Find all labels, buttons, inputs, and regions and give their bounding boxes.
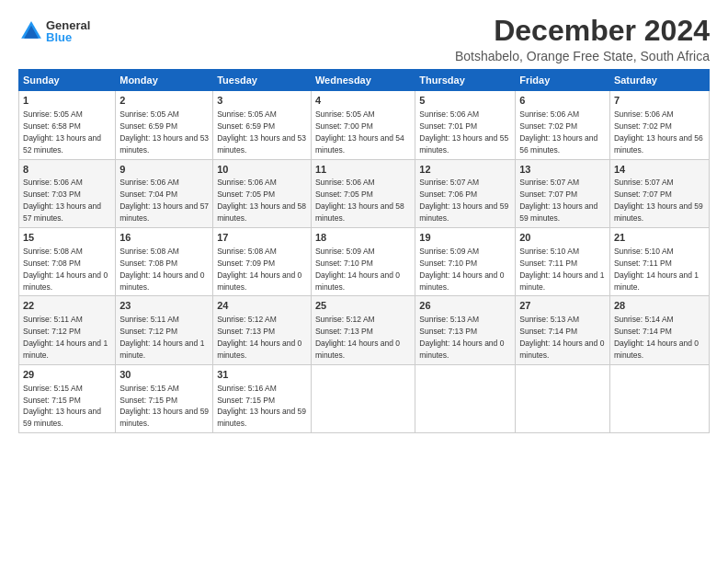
day-number: 10 bbox=[217, 163, 307, 177]
subtitle: Botshabelo, Orange Free State, South Afr… bbox=[455, 49, 710, 63]
cell-info: Sunrise: 5:06 AM Sunset: 7:02 PM Dayligh… bbox=[519, 109, 597, 155]
calendar-cell: 27Sunrise: 5:13 AM Sunset: 7:14 PM Dayli… bbox=[516, 296, 610, 364]
header: General Blue December 2024 Botshabelo, O… bbox=[18, 15, 710, 63]
day-number: 5 bbox=[419, 94, 511, 108]
calendar-cell: 21Sunrise: 5:10 AM Sunset: 7:11 PM Dayli… bbox=[609, 228, 709, 296]
header-cell-sunday: Sunday bbox=[19, 70, 116, 91]
cell-info: Sunrise: 5:16 AM Sunset: 7:15 PM Dayligh… bbox=[217, 384, 306, 429]
day-number: 31 bbox=[217, 368, 307, 382]
calendar-cell: 28Sunrise: 5:14 AM Sunset: 7:14 PM Dayli… bbox=[609, 296, 709, 364]
calendar-cell: 15Sunrise: 5:08 AM Sunset: 7:08 PM Dayli… bbox=[19, 228, 116, 296]
logo-blue-text: Blue bbox=[46, 31, 90, 43]
cell-info: Sunrise: 5:06 AM Sunset: 7:03 PM Dayligh… bbox=[23, 178, 101, 223]
cell-info: Sunrise: 5:13 AM Sunset: 7:13 PM Dayligh… bbox=[419, 315, 504, 360]
calendar-cell: 5Sunrise: 5:06 AM Sunset: 7:01 PM Daylig… bbox=[415, 91, 516, 159]
header-row: SundayMondayTuesdayWednesdayThursdayFrid… bbox=[19, 70, 710, 91]
day-number: 30 bbox=[119, 368, 209, 382]
cell-info: Sunrise: 5:14 AM Sunset: 7:14 PM Dayligh… bbox=[614, 315, 699, 360]
calendar-header: SundayMondayTuesdayWednesdayThursdayFrid… bbox=[19, 70, 710, 91]
title-area: December 2024 Botshabelo, Orange Free St… bbox=[455, 15, 710, 63]
calendar-cell: 31Sunrise: 5:16 AM Sunset: 7:15 PM Dayli… bbox=[213, 364, 312, 432]
day-number: 26 bbox=[419, 299, 511, 313]
calendar-cell: 10Sunrise: 5:06 AM Sunset: 7:05 PM Dayli… bbox=[213, 159, 312, 227]
calendar-cell: 24Sunrise: 5:12 AM Sunset: 7:13 PM Dayli… bbox=[213, 296, 312, 364]
day-number: 29 bbox=[23, 368, 111, 382]
day-number: 27 bbox=[519, 299, 606, 313]
cell-info: Sunrise: 5:06 AM Sunset: 7:04 PM Dayligh… bbox=[119, 178, 209, 223]
calendar-cell: 18Sunrise: 5:09 AM Sunset: 7:10 PM Dayli… bbox=[311, 228, 415, 296]
header-cell-friday: Friday bbox=[516, 70, 610, 91]
cell-info: Sunrise: 5:06 AM Sunset: 7:05 PM Dayligh… bbox=[315, 178, 404, 223]
calendar-cell: 6Sunrise: 5:06 AM Sunset: 7:02 PM Daylig… bbox=[516, 91, 610, 159]
calendar-cell: 4Sunrise: 5:05 AM Sunset: 7:00 PM Daylig… bbox=[311, 91, 415, 159]
calendar-cell: 9Sunrise: 5:06 AM Sunset: 7:04 PM Daylig… bbox=[116, 159, 213, 227]
day-number: 8 bbox=[23, 163, 111, 177]
cell-info: Sunrise: 5:06 AM Sunset: 7:05 PM Dayligh… bbox=[217, 178, 306, 223]
calendar-cell: 19Sunrise: 5:09 AM Sunset: 7:10 PM Dayli… bbox=[415, 228, 516, 296]
day-number: 20 bbox=[519, 231, 606, 245]
calendar-cell: 14Sunrise: 5:07 AM Sunset: 7:07 PM Dayli… bbox=[609, 159, 709, 227]
day-number: 19 bbox=[419, 231, 511, 245]
cell-info: Sunrise: 5:05 AM Sunset: 6:59 PM Dayligh… bbox=[119, 109, 209, 155]
day-number: 24 bbox=[217, 299, 307, 313]
cell-info: Sunrise: 5:05 AM Sunset: 6:59 PM Dayligh… bbox=[217, 109, 306, 155]
day-number: 25 bbox=[315, 299, 411, 313]
cell-info: Sunrise: 5:10 AM Sunset: 7:11 PM Dayligh… bbox=[614, 247, 699, 292]
calendar-cell: 12Sunrise: 5:07 AM Sunset: 7:06 PM Dayli… bbox=[415, 159, 516, 227]
day-number: 16 bbox=[119, 231, 209, 245]
week-row-4: 22Sunrise: 5:11 AM Sunset: 7:12 PM Dayli… bbox=[19, 296, 710, 364]
calendar-cell: 20Sunrise: 5:10 AM Sunset: 7:11 PM Dayli… bbox=[516, 228, 610, 296]
cell-info: Sunrise: 5:15 AM Sunset: 7:15 PM Dayligh… bbox=[119, 384, 209, 429]
calendar-cell: 25Sunrise: 5:12 AM Sunset: 7:13 PM Dayli… bbox=[311, 296, 415, 364]
day-number: 6 bbox=[519, 94, 606, 108]
header-cell-saturday: Saturday bbox=[609, 70, 709, 91]
day-number: 14 bbox=[614, 163, 705, 177]
day-number: 22 bbox=[23, 299, 111, 313]
cell-info: Sunrise: 5:12 AM Sunset: 7:13 PM Dayligh… bbox=[217, 315, 301, 360]
header-cell-wednesday: Wednesday bbox=[311, 70, 415, 91]
week-row-5: 29Sunrise: 5:15 AM Sunset: 7:15 PM Dayli… bbox=[19, 364, 710, 432]
calendar-table: SundayMondayTuesdayWednesdayThursdayFrid… bbox=[18, 69, 710, 433]
logo-text: General Blue bbox=[46, 19, 90, 43]
cell-info: Sunrise: 5:07 AM Sunset: 7:06 PM Dayligh… bbox=[419, 178, 508, 223]
calendar-cell bbox=[415, 364, 516, 432]
calendar-cell: 3Sunrise: 5:05 AM Sunset: 6:59 PM Daylig… bbox=[213, 91, 312, 159]
main-title: December 2024 bbox=[455, 15, 710, 47]
day-number: 4 bbox=[315, 94, 411, 108]
cell-info: Sunrise: 5:07 AM Sunset: 7:07 PM Dayligh… bbox=[519, 178, 597, 223]
calendar-cell: 23Sunrise: 5:11 AM Sunset: 7:12 PM Dayli… bbox=[116, 296, 213, 364]
header-cell-thursday: Thursday bbox=[415, 70, 516, 91]
cell-info: Sunrise: 5:11 AM Sunset: 7:12 PM Dayligh… bbox=[23, 315, 108, 360]
day-number: 11 bbox=[315, 163, 411, 177]
day-number: 21 bbox=[614, 231, 705, 245]
header-cell-monday: Monday bbox=[116, 70, 213, 91]
day-number: 13 bbox=[519, 163, 606, 177]
cell-info: Sunrise: 5:07 AM Sunset: 7:07 PM Dayligh… bbox=[614, 178, 703, 223]
calendar-cell bbox=[609, 364, 709, 432]
day-number: 15 bbox=[23, 231, 111, 245]
calendar-cell: 17Sunrise: 5:08 AM Sunset: 7:09 PM Dayli… bbox=[213, 228, 312, 296]
calendar-cell bbox=[516, 364, 610, 432]
logo: General Blue bbox=[18, 18, 90, 44]
cell-info: Sunrise: 5:05 AM Sunset: 6:58 PM Dayligh… bbox=[23, 109, 101, 155]
calendar-cell: 2Sunrise: 5:05 AM Sunset: 6:59 PM Daylig… bbox=[116, 91, 213, 159]
day-number: 12 bbox=[419, 163, 511, 177]
calendar-cell: 16Sunrise: 5:08 AM Sunset: 7:08 PM Dayli… bbox=[116, 228, 213, 296]
calendar-cell: 30Sunrise: 5:15 AM Sunset: 7:15 PM Dayli… bbox=[116, 364, 213, 432]
day-number: 9 bbox=[119, 163, 209, 177]
week-row-2: 8Sunrise: 5:06 AM Sunset: 7:03 PM Daylig… bbox=[19, 159, 710, 227]
calendar-body: 1Sunrise: 5:05 AM Sunset: 6:58 PM Daylig… bbox=[19, 91, 710, 433]
cell-info: Sunrise: 5:06 AM Sunset: 7:01 PM Dayligh… bbox=[419, 109, 508, 155]
week-row-3: 15Sunrise: 5:08 AM Sunset: 7:08 PM Dayli… bbox=[19, 228, 710, 296]
week-row-1: 1Sunrise: 5:05 AM Sunset: 6:58 PM Daylig… bbox=[19, 91, 710, 159]
cell-info: Sunrise: 5:12 AM Sunset: 7:13 PM Dayligh… bbox=[315, 315, 400, 360]
calendar-cell: 1Sunrise: 5:05 AM Sunset: 6:58 PM Daylig… bbox=[19, 91, 116, 159]
calendar-cell: 29Sunrise: 5:15 AM Sunset: 7:15 PM Dayli… bbox=[19, 364, 116, 432]
cell-info: Sunrise: 5:10 AM Sunset: 7:11 PM Dayligh… bbox=[519, 247, 604, 292]
day-number: 1 bbox=[23, 94, 111, 108]
calendar-cell: 8Sunrise: 5:06 AM Sunset: 7:03 PM Daylig… bbox=[19, 159, 116, 227]
logo-icon bbox=[18, 18, 44, 44]
calendar-cell: 26Sunrise: 5:13 AM Sunset: 7:13 PM Dayli… bbox=[415, 296, 516, 364]
day-number: 2 bbox=[119, 94, 209, 108]
day-number: 7 bbox=[614, 94, 705, 108]
